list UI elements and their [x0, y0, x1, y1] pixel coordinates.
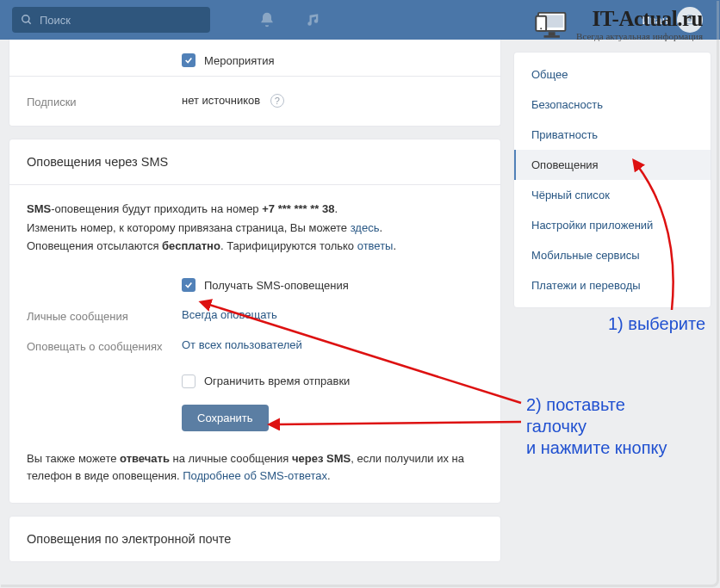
sms-card: Оповещения через SMS SMS-оповещения буду… [9, 139, 501, 504]
pm-value-link[interactable]: Всегда оповещать [182, 308, 277, 321]
svg-line-1 [28, 22, 31, 24]
music-icon[interactable] [296, 0, 331, 40]
txt: бесплатно [162, 239, 220, 252]
notifications-sources-card: Мероприятия Подписки нет источников ? [9, 40, 501, 127]
limit-time-checkbox[interactable]: Ограничить время отправки [182, 373, 350, 390]
subscriptions-value: нет источников [182, 94, 260, 107]
save-button[interactable]: Сохранить [182, 405, 269, 431]
events-checkbox-label: Мероприятия [204, 54, 275, 67]
txt: . Тарифицируются только [220, 239, 357, 252]
monitor-icon [535, 7, 571, 41]
sms-replies-link[interactable]: Подробнее об SMS-ответах [183, 469, 327, 482]
txt: . [379, 221, 382, 234]
notify-about-value-link[interactable]: От всех пользователей [182, 338, 302, 351]
email-section-title: Оповещения по электронной почте [9, 517, 500, 561]
sidebar-item-1[interactable]: Безопасность [514, 90, 711, 120]
txt: Изменить номер, к которому привязана стр… [27, 221, 351, 234]
txt: . [334, 202, 338, 215]
tariff-link[interactable]: ответы [357, 239, 394, 252]
watermark-title: IT-Actual.ru [576, 7, 703, 31]
sidebar-item-2[interactable]: Приватность [514, 120, 711, 150]
search-field[interactable] [12, 7, 210, 33]
txt: Вы также можете [27, 452, 120, 465]
svg-rect-5 [549, 32, 556, 35]
txt: . [393, 239, 396, 252]
txt: на личные сообщения [170, 452, 292, 465]
sidebar-item-5[interactable]: Настройки приложений [514, 210, 711, 240]
sidebar-item-3[interactable]: Оповещения [514, 150, 711, 180]
phone-number: +7 *** *** ** 38 [262, 202, 334, 215]
change-number-link[interactable]: здесь [351, 221, 380, 234]
txt: SMS [27, 202, 51, 215]
subscriptions-label: Подписки [27, 94, 182, 108]
txt: -оповещения будут приходить на номер [51, 202, 262, 215]
txt: отвечать [120, 452, 170, 465]
settings-sidebar: ОбщееБезопасностьПриватностьОповещенияЧё… [513, 52, 711, 308]
watermark-subtitle: Всегда актуальная информация [576, 31, 703, 41]
svg-point-8 [540, 28, 542, 29]
notify-about-label: Оповещать о сообщениях [27, 337, 182, 356]
svg-rect-6 [544, 35, 560, 38]
watermark: IT-Actual.ru Всегда актуальная информаци… [535, 7, 703, 41]
search-input[interactable] [40, 14, 202, 27]
sidebar-item-7[interactable]: Платежи и переводы [514, 270, 711, 300]
receive-sms-label: Получать SMS-оповещения [204, 277, 349, 294]
txt: через SMS [292, 452, 351, 465]
help-icon[interactable]: ? [270, 94, 284, 108]
limit-time-label: Ограничить время отправки [204, 373, 350, 390]
pm-row-label: Личные сообщения [27, 306, 182, 325]
sms-section-title: Оповещения через SMS [9, 139, 500, 185]
sidebar-item-6[interactable]: Мобильные сервисы [514, 240, 711, 270]
notifications-icon[interactable] [250, 0, 284, 40]
receive-sms-checkbox[interactable]: Получать SMS-оповещения [182, 277, 349, 294]
email-card: Оповещения по электронной почте [9, 516, 501, 562]
sidebar-item-4[interactable]: Чёрный список [514, 180, 711, 210]
svg-point-0 [22, 15, 29, 22]
txt: Оповещения отсылаются [27, 239, 162, 252]
txt: . [327, 469, 331, 482]
sidebar-item-0[interactable]: Общее [514, 59, 711, 90]
events-checkbox[interactable]: Мероприятия [182, 53, 275, 67]
search-icon [21, 14, 33, 26]
